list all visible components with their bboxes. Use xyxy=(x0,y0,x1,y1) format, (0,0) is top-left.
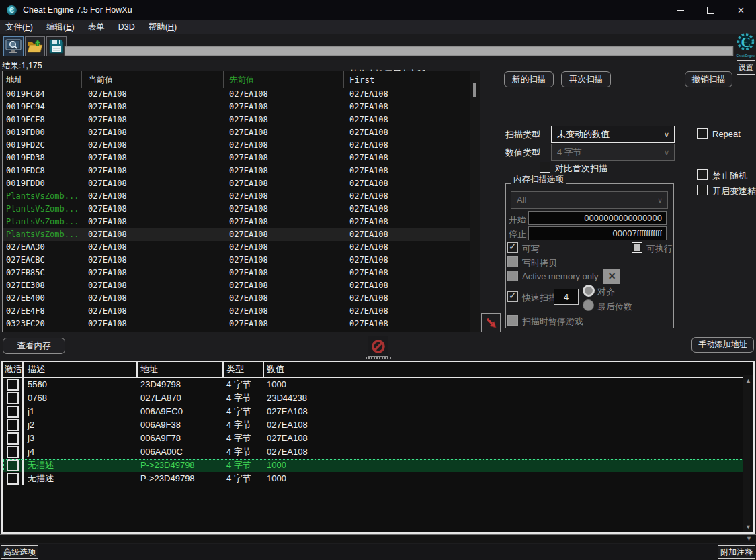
found-cell-first: 027EA108 xyxy=(344,318,480,330)
address-row[interactable]: 无描述P->23D497984 字节1000 xyxy=(3,459,753,472)
new-scan-button[interactable]: 新的扫描 xyxy=(504,71,554,87)
active-memory-checkbox[interactable] xyxy=(507,271,518,281)
column-header-address[interactable]: 地址 xyxy=(138,362,224,377)
advanced-options-button[interactable]: 高级选项 xyxy=(1,545,38,559)
found-row[interactable]: 027EAA30027EA108027EA108027EA108 xyxy=(3,241,480,254)
found-table-scrollbar[interactable] xyxy=(470,71,480,332)
open-table-button[interactable] xyxy=(25,36,45,56)
address-row[interactable]: 556023D497984 字节1000 xyxy=(3,378,753,391)
align-radio[interactable] xyxy=(583,285,595,297)
activate-checkbox[interactable] xyxy=(7,406,19,418)
found-row[interactable]: 027EE308027EA108027EA108027EA108 xyxy=(3,279,480,292)
window-title: Cheat Engine 7.5 For HowXu xyxy=(23,5,132,15)
address-row[interactable]: 0768027EA8704 字节23D44238 xyxy=(3,391,753,405)
activate-checkbox[interactable] xyxy=(7,419,19,431)
address-cell-description: j4 xyxy=(24,445,138,459)
column-header-active[interactable]: 激活 xyxy=(3,362,24,377)
column-header-description[interactable]: 描述 xyxy=(24,362,138,377)
stop-button[interactable] xyxy=(368,336,388,357)
writable-checkbox[interactable] xyxy=(507,242,518,253)
address-row[interactable]: j3006A9F784 字节027EA108 xyxy=(3,432,753,445)
column-header-value[interactable]: 数值 xyxy=(264,362,753,377)
view-memory-button[interactable]: 查看内存 xyxy=(3,338,65,354)
start-address-input[interactable] xyxy=(528,211,667,225)
found-row[interactable]: PlantsVsZomb...027EA108027EA108027EA108 xyxy=(3,203,480,216)
scroll-up-icon[interactable]: ▲ xyxy=(743,377,753,384)
activate-checkbox[interactable] xyxy=(7,379,19,391)
column-header-first[interactable]: First xyxy=(344,71,480,88)
fast-scan-checkbox[interactable] xyxy=(507,291,518,302)
address-cell-value: 027EA108 xyxy=(264,445,753,459)
address-row[interactable]: j1006A9EC04 字节027EA108 xyxy=(3,405,753,418)
found-row[interactable]: PlantsVsZomb...027EA108027EA108027EA108 xyxy=(3,216,480,228)
executable-checkbox[interactable] xyxy=(632,242,642,253)
close-button[interactable]: ✕ xyxy=(726,0,756,20)
minimize-button[interactable] xyxy=(665,0,696,20)
found-cell-previous: 027EA108 xyxy=(224,139,344,152)
select-process-button[interactable] xyxy=(3,36,24,56)
activate-checkbox[interactable] xyxy=(7,473,19,485)
menu-item[interactable]: 文件(F) xyxy=(0,21,40,33)
menu-item[interactable]: D3D xyxy=(112,22,142,32)
activate-checkbox[interactable] xyxy=(7,459,19,471)
compare-first-scan-label: 对比首次扫描 xyxy=(555,162,607,175)
next-scan-button[interactable]: 再次扫描 xyxy=(561,71,611,87)
dissect-close-button[interactable]: ✕ xyxy=(603,269,620,284)
scroll-down-icon[interactable]: ▼ xyxy=(743,524,753,530)
menu-item[interactable]: 帮助(H) xyxy=(142,21,183,33)
found-row[interactable]: 0323FC20027EA108027EA108027EA108 xyxy=(3,318,480,330)
found-row[interactable]: 0019FCE8027EA108027EA108027EA108 xyxy=(3,113,480,126)
found-row[interactable]: 0019FD2C027EA108027EA108027EA108 xyxy=(3,139,480,152)
found-row[interactable]: 0019FC94027EA108027EA108027EA108 xyxy=(3,101,480,113)
undo-scan-button[interactable]: 撤销扫描 xyxy=(685,71,732,87)
splitter-grip[interactable] xyxy=(366,357,391,359)
found-row[interactable]: 0019FDC8027EA108027EA108027EA108 xyxy=(3,165,480,177)
found-cell-previous: 027EA108 xyxy=(224,254,344,267)
column-header-current[interactable]: 当前值 xyxy=(82,71,224,88)
menu-item[interactable]: 表单 xyxy=(81,21,112,33)
stop-address-input[interactable] xyxy=(528,226,667,240)
found-row[interactable]: 027EB85C027EA108027EA108027EA108 xyxy=(3,267,480,279)
found-row[interactable]: 0019FD00027EA108027EA108027EA108 xyxy=(3,126,480,139)
menu-item[interactable]: 编辑(E) xyxy=(40,21,81,33)
activate-checkbox[interactable] xyxy=(7,392,19,404)
found-cell-address: PlantsVsZomb... xyxy=(3,228,82,241)
last-digits-radio[interactable] xyxy=(583,299,594,311)
address-row[interactable]: j4006AA00C4 字节027EA108 xyxy=(3,445,753,459)
copy-on-write-checkbox[interactable] xyxy=(507,256,518,267)
column-header-previous[interactable]: 先前值 xyxy=(224,71,344,88)
speedhack-checkbox[interactable] xyxy=(697,185,708,195)
attach-comments-button[interactable]: 附加注释 xyxy=(718,545,755,559)
expand-results-button[interactable] xyxy=(481,313,501,332)
address-table-scrollbar[interactable]: ▲ ▼ xyxy=(743,375,753,532)
found-row[interactable]: 027EE4F8027EA108027EA108027EA108 xyxy=(3,305,480,318)
activate-checkbox[interactable] xyxy=(7,446,19,458)
found-row[interactable]: 027EACBC027EA108027EA108027EA108 xyxy=(3,254,480,267)
found-row[interactable]: 0019FDD0027EA108027EA108027EA108 xyxy=(3,177,480,190)
repeat-checkbox[interactable] xyxy=(697,128,708,139)
scroll-down-icon[interactable]: ▼ xyxy=(746,535,752,542)
column-header-address[interactable]: 地址 xyxy=(3,71,82,88)
scrollbar-thumb[interactable] xyxy=(473,83,476,97)
pause-game-checkbox[interactable] xyxy=(507,315,518,326)
found-cell-address: 027EE308 xyxy=(3,279,82,292)
scan-type-label: 扫描类型 xyxy=(505,129,540,141)
fast-scan-alignment-input[interactable] xyxy=(554,289,579,305)
active-cell xyxy=(3,459,24,472)
activate-checkbox[interactable] xyxy=(7,432,19,445)
compare-first-scan-checkbox[interactable] xyxy=(540,162,550,173)
address-row[interactable]: 无描述P->23D497984 字节1000 xyxy=(3,472,753,485)
found-row[interactable]: PlantsVsZomb...027EA108027EA108027EA108 xyxy=(3,228,480,241)
no-random-checkbox[interactable] xyxy=(697,169,708,180)
found-cell-address: 0019FD2C xyxy=(3,139,82,152)
found-row[interactable]: PlantsVsZomb...027EA108027EA108027EA108 xyxy=(3,190,480,203)
column-header-type[interactable]: 类型 xyxy=(224,362,264,377)
maximize-button[interactable] xyxy=(696,0,726,20)
settings-button[interactable]: 设置 xyxy=(737,60,755,75)
found-row[interactable]: 0019FC84027EA108027EA108027EA108 xyxy=(3,88,480,101)
found-row[interactable]: 0019FD38027EA108027EA108027EA108 xyxy=(3,152,480,165)
add-address-button[interactable]: 手动添加地址 xyxy=(691,337,754,353)
found-row[interactable]: 027EE400027EA108027EA108027EA108 xyxy=(3,292,480,305)
scan-type-dropdown[interactable]: 未变动的数值∨ xyxy=(551,126,675,143)
address-row[interactable]: j2006A9F384 字节027EA108 xyxy=(3,418,753,432)
